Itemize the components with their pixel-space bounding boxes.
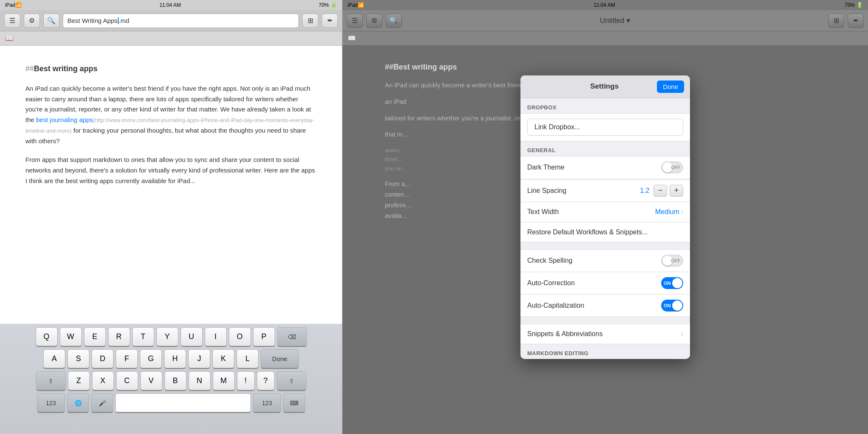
- editor-para1-left: An iPad can quickly become a writer's be…: [25, 83, 317, 147]
- key-z[interactable]: Z: [68, 371, 90, 391]
- gear-button-left[interactable]: ⚙: [24, 14, 40, 28]
- snippets-chevron: ›: [681, 330, 683, 338]
- key-done[interactable]: Done: [261, 349, 299, 369]
- auto-cap-knob: [672, 300, 682, 311]
- dark-theme-label: Dark Theme: [527, 164, 661, 171]
- book-icon-left: 📖: [5, 34, 14, 42]
- dropbox-cell: Link Dropbox...: [520, 113, 690, 141]
- search-button-left[interactable]: 🔍: [43, 14, 59, 28]
- key-keyboard[interactable]: ⌨: [283, 393, 305, 413]
- title-ext-left: .md: [119, 17, 129, 24]
- key-p[interactable]: P: [253, 327, 275, 347]
- key-r[interactable]: R: [108, 327, 130, 347]
- key-k[interactable]: K: [212, 349, 234, 369]
- key-e[interactable]: E: [84, 327, 106, 347]
- check-spelling-toggle[interactable]: OFF: [661, 255, 683, 267]
- key-123-right[interactable]: 123: [253, 393, 281, 413]
- key-j[interactable]: J: [188, 349, 210, 369]
- battery-icon-left: 🔋: [331, 2, 337, 8]
- key-backspace[interactable]: ⌫: [277, 327, 307, 347]
- key-b[interactable]: B: [164, 371, 186, 391]
- preview-button-left[interactable]: ⊞: [302, 14, 318, 28]
- editing-section: Check Spelling OFF Auto-Correction ON: [520, 249, 690, 317]
- left-panel: iPad 📶 11:04 AM 70% 🔋 ☰ ⚙ 🔍 Best Writing…: [0, 0, 342, 434]
- key-question[interactable]: ?: [257, 371, 275, 391]
- auto-cap-state: ON: [664, 303, 671, 308]
- status-bar-left: iPad 📶 11:04 AM 70% 🔋: [0, 0, 342, 10]
- para1-link[interactable]: best journaling apps: [36, 116, 93, 123]
- auto-cap-toggle[interactable]: ON: [661, 300, 683, 312]
- key-i[interactable]: I: [205, 327, 227, 347]
- editor-para2-left: From apps that support markdown to ones …: [25, 155, 317, 186]
- auto-correction-state: ON: [664, 281, 671, 286]
- keyboard: Q W E R T Y U I O P ⌫ A S D F G H J K L …: [0, 324, 342, 434]
- key-d[interactable]: D: [92, 349, 114, 369]
- gear-icon-left: ⚙: [29, 17, 35, 25]
- line-spacing-cell: Line Spacing 1.2 − +: [520, 179, 690, 202]
- key-o[interactable]: O: [229, 327, 251, 347]
- key-w[interactable]: W: [60, 327, 82, 347]
- stepper-minus[interactable]: −: [654, 185, 667, 197]
- editor-left[interactable]: ##Best writing apps An iPad can quickly …: [0, 46, 342, 324]
- key-a[interactable]: A: [43, 349, 65, 369]
- keyboard-row1: Q W E R T Y U I O P ⌫: [2, 327, 340, 347]
- dropbox-section: Dropbox Link Dropbox...: [520, 98, 690, 141]
- key-v[interactable]: V: [140, 371, 162, 391]
- title-box-left[interactable]: Best Writing Apps.md: [63, 14, 299, 28]
- keyboard-row4: 123 🌐 🎤 123 ⌨: [2, 393, 340, 413]
- line-spacing-label: Line Spacing: [527, 187, 638, 195]
- dark-theme-cell: Dark Theme OFF: [520, 156, 690, 178]
- key-l[interactable]: L: [236, 349, 259, 369]
- toolbar-left: ☰ ⚙ 🔍 Best Writing Apps.md ⊞ ✒: [0, 10, 342, 31]
- key-shift[interactable]: ⇧: [36, 371, 66, 391]
- stepper-plus[interactable]: +: [670, 185, 683, 197]
- snippets-cell[interactable]: Snippets & Abbreviations ›: [520, 324, 690, 344]
- time-left: 11:04 AM: [22, 2, 319, 8]
- key-globe[interactable]: 🌐: [67, 393, 89, 413]
- restore-cell[interactable]: Restore Default Workflows & Snippets...: [520, 222, 690, 242]
- menu-button-left[interactable]: ☰: [4, 14, 20, 28]
- key-h[interactable]: H: [164, 349, 186, 369]
- settings-modal: Settings Done Dropbox Link Dropbox... Ge…: [520, 75, 690, 359]
- battery-left: 70%: [319, 2, 329, 8]
- key-excl[interactable]: !: [237, 371, 255, 391]
- key-n[interactable]: N: [189, 371, 211, 391]
- snippets-label: Snippets & Abbreviations: [527, 330, 681, 338]
- auto-correction-label: Auto-Correction: [527, 279, 661, 287]
- text-width-chevron: ›: [681, 208, 683, 216]
- key-f[interactable]: F: [116, 349, 138, 369]
- key-space[interactable]: [115, 393, 251, 413]
- link-dropbox-button[interactable]: Link Dropbox...: [527, 119, 683, 136]
- auto-cap-label: Auto-Capitalization: [527, 302, 661, 309]
- modal-done-button[interactable]: Done: [657, 81, 684, 93]
- key-u[interactable]: U: [181, 327, 203, 347]
- auto-correction-cell: Auto-Correction ON: [520, 272, 690, 294]
- text-width-cell[interactable]: Text Width Medium ›: [520, 202, 690, 222]
- wrench-button-left[interactable]: ✒: [322, 14, 338, 28]
- key-y[interactable]: Y: [156, 327, 178, 347]
- general-section: General Dark Theme OFF Line Spacing 1.2 …: [520, 141, 690, 242]
- dark-theme-toggle[interactable]: OFF: [661, 161, 683, 173]
- modal-spacer2: [520, 317, 690, 324]
- key-mic[interactable]: 🎤: [91, 393, 113, 413]
- key-m[interactable]: M: [213, 371, 235, 391]
- key-q[interactable]: Q: [36, 327, 58, 347]
- title-text-left: Best Writing Apps: [67, 17, 117, 24]
- key-g[interactable]: G: [140, 349, 162, 369]
- wifi-icon-left: 📶: [15, 2, 22, 8]
- backspace-icon: ⌫: [288, 334, 296, 340]
- auto-correction-toggle[interactable]: ON: [661, 277, 683, 289]
- modal-header: Settings Done: [520, 75, 690, 98]
- key-c[interactable]: C: [116, 371, 138, 391]
- menu-icon-left: ☰: [9, 17, 15, 25]
- key-shift-right[interactable]: ⇧: [277, 371, 306, 391]
- editor-heading-left: ##Best writing apps: [25, 63, 317, 75]
- line-spacing-value: 1.2: [638, 187, 651, 195]
- heading-hash-left: ##: [25, 64, 34, 73]
- key-x[interactable]: X: [92, 371, 114, 391]
- key-123-left[interactable]: 123: [37, 393, 65, 413]
- key-s[interactable]: S: [67, 349, 89, 369]
- modal-spacer1: [520, 242, 690, 249]
- key-t[interactable]: T: [132, 327, 154, 347]
- device-label-left: iPad: [5, 2, 15, 8]
